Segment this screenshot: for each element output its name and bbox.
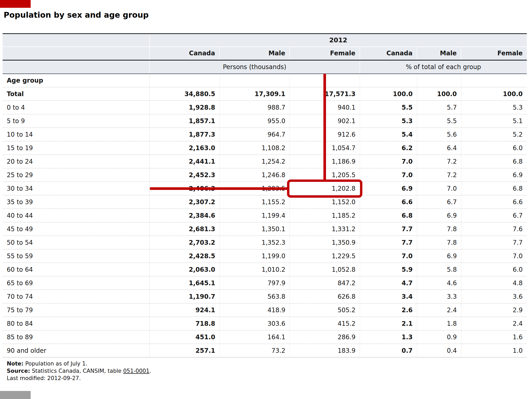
row-label: 90 and older (3, 344, 149, 357)
cell: 1,352.3 (220, 236, 290, 249)
table-row: 90 and older257.173.2183.90.70.41.0 (3, 344, 527, 357)
cell: 7.2 (417, 155, 461, 168)
cell: 1.3 (360, 330, 417, 344)
cell: 7.8 (417, 222, 461, 236)
cell: 1,205.5 (290, 168, 360, 182)
col-header-female-persons: Female (290, 47, 360, 60)
row-label: 40 to 44 (3, 209, 149, 222)
table-row: 85 to 89451.0164.1286.91.30.91.6 (3, 330, 527, 344)
cell: 6.8 (461, 182, 527, 195)
units-percent-header: % of total of each group (360, 60, 527, 74)
cell: 1,350.9 (290, 236, 360, 249)
col-header-canada-persons: Canada (149, 47, 220, 60)
cell: 1.8 (417, 317, 461, 330)
cell: 6.2 (360, 141, 417, 155)
cell: 100.0 (417, 87, 461, 101)
population-table: 2012 Canada Male Female Canada Male Fema… (3, 33, 527, 357)
cell: 2,307.2 (149, 195, 220, 209)
cell: 2,384.6 (149, 209, 220, 222)
cell: 6.8 (461, 155, 527, 168)
row-label: 80 to 84 (3, 317, 149, 330)
cell: 1,054.7 (290, 141, 360, 155)
table-row: 65 to 691,645.1797.9847.24.74.64.8 (3, 276, 527, 290)
cell: 73.2 (220, 344, 290, 357)
note-text: Population as of July 1. (24, 361, 88, 367)
year-header-row: 2012 (3, 34, 527, 47)
col-header-male-pct: Male (417, 47, 461, 60)
cell: 286.9 (290, 330, 360, 344)
cell: 17,309.1 (220, 87, 290, 101)
cell: 2,428.5 (149, 249, 220, 263)
cell: 451.0 (149, 330, 220, 344)
row-label: 25 to 29 (3, 168, 149, 182)
cell: 2.9 (461, 303, 527, 317)
row-label: 45 to 49 (3, 222, 149, 236)
cell: 100.0 (360, 87, 417, 101)
cell: 3.4 (360, 290, 417, 303)
cell: 1,052.8 (290, 263, 360, 276)
cell: 7.0 (360, 155, 417, 168)
empty-cell (417, 74, 461, 87)
cell: 1,645.1 (149, 276, 220, 290)
table-row: 50 to 542,703.21,352.31,350.97.77.87.7 (3, 236, 527, 249)
cell: 1,202.8 (290, 182, 360, 195)
last-modified-line: Last modified: 2012-09-27. (7, 375, 151, 382)
note-line: Note: Population as of July 1. (7, 360, 151, 367)
cell: 7.8 (417, 236, 461, 249)
cell: 1,857.1 (149, 114, 220, 128)
table-row: Total34,880.517,309.117,571.3100.0100.01… (3, 87, 527, 101)
page: Population by sex and age group 2012 Can… (0, 0, 532, 399)
cell: 5.5 (360, 101, 417, 114)
cell: 563.8 (220, 290, 290, 303)
cell: 5.7 (417, 101, 461, 114)
cell: 2.4 (417, 303, 461, 317)
source-label: Source: (7, 368, 30, 374)
cell: 1,203.5 (220, 182, 290, 195)
row-label: 70 to 74 (3, 290, 149, 303)
cell: 0.4 (417, 344, 461, 357)
cell: 7.0 (360, 168, 417, 182)
empty-cell (149, 74, 220, 87)
cell: 2,703.2 (149, 236, 220, 249)
table-row: 10 to 141,877.3964.7912.65.45.65.2 (3, 128, 527, 141)
cell: 2.4 (461, 317, 527, 330)
cell: 1,350.1 (220, 222, 290, 236)
cell: 100.0 (461, 87, 527, 101)
cell: 1,185.2 (290, 209, 360, 222)
cell: 17,571.3 (290, 87, 360, 101)
source-link[interactable]: 051-0001 (123, 368, 149, 374)
cell: 6.7 (417, 195, 461, 209)
row-label: 30 to 34 (3, 182, 149, 195)
blank-header-cell (3, 47, 149, 60)
cell: 7.7 (360, 236, 417, 249)
row-label: 5 to 9 (3, 114, 149, 128)
cell: 7.7 (360, 222, 417, 236)
cell: 0.7 (360, 344, 417, 357)
cell: 6.6 (360, 195, 417, 209)
cell: 183.9 (290, 344, 360, 357)
cell: 4.7 (360, 276, 417, 290)
cell: 2,681.3 (149, 222, 220, 236)
empty-cell (220, 74, 290, 87)
cell: 34,880.5 (149, 87, 220, 101)
cell: 2,063.0 (149, 263, 220, 276)
row-label: 0 to 4 (3, 101, 149, 114)
row-label: 65 to 69 (3, 276, 149, 290)
cell: 5.1 (461, 114, 527, 128)
cell: 847.2 (290, 276, 360, 290)
cell: 4.8 (461, 276, 527, 290)
units-persons-header: Persons (thousands) (149, 60, 360, 74)
table-row: 35 to 392,307.21,155.21,152.06.66.76.6 (3, 195, 527, 209)
cell: 5.3 (360, 114, 417, 128)
source-text: Statistics Canada, CANSIM, table (30, 368, 123, 374)
cell: 912.6 (290, 128, 360, 141)
cell: 505.2 (290, 303, 360, 317)
cell: 626.8 (290, 290, 360, 303)
cell: 7.0 (461, 249, 527, 263)
cell: 3.6 (461, 290, 527, 303)
cell: 1,331.2 (290, 222, 360, 236)
table-row: 75 to 79924.1418.9505.22.62.42.9 (3, 303, 527, 317)
cell: 6.6 (461, 195, 527, 209)
cell: 7.0 (360, 249, 417, 263)
cell: 6.4 (417, 141, 461, 155)
